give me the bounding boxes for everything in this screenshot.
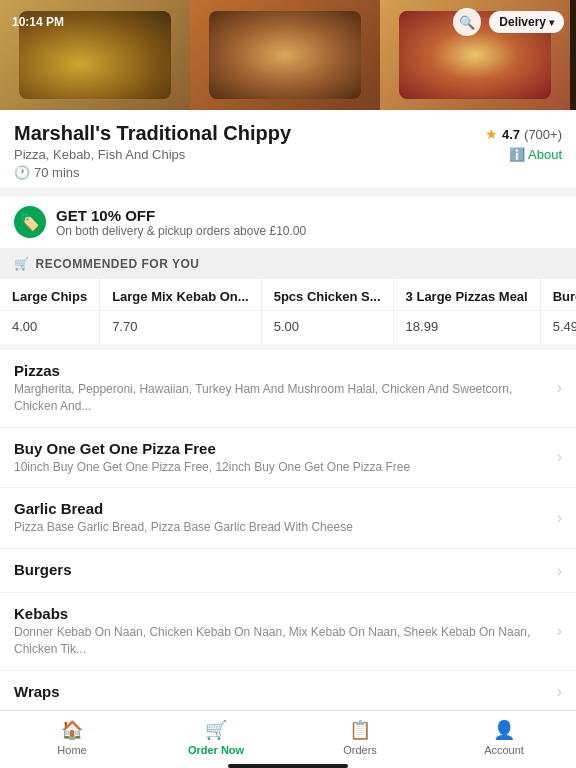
delivery-label: Delivery <box>499 15 546 29</box>
menu-section-content: Garlic BreadPizza Base Garlic Bread, Piz… <box>14 500 549 536</box>
about-label: About <box>528 147 562 162</box>
delivery-toggle[interactable]: Delivery ▾ <box>489 11 564 33</box>
nav-icon-account: 👤 <box>493 719 515 741</box>
nav-item-order-now[interactable]: 🛒Order Now <box>144 719 288 756</box>
recommended-item-price: 4.00 <box>0 311 100 345</box>
menu-section-desc: Pizza Base Garlic Bread, Pizza Base Garl… <box>14 519 549 536</box>
menu-section-content: Buy One Get One Pizza Free10inch Buy One… <box>14 440 549 476</box>
menu-section-title: Kebabs <box>14 605 549 622</box>
info-icon: ℹ️ <box>509 147 525 162</box>
hero-image: 10:14 PM 🔍 Delivery ▾ <box>0 0 576 110</box>
promo-title: GET 10% OFF <box>56 207 306 224</box>
clock-icon: 🕐 <box>14 165 30 180</box>
chevron-right-icon: › <box>557 622 562 640</box>
nav-label-orders: Orders <box>343 744 377 756</box>
restaurant-name: Marshall's Traditional Chippy <box>14 122 291 145</box>
recommended-label: RECOMMENDED FOR YOU <box>36 257 200 271</box>
recommended-grid: Large ChipsLarge Mix Kebab On...5pcs Chi… <box>0 279 576 344</box>
menu-section-desc: Margherita, Pepperoni, Hawaiian, Turkey … <box>14 381 549 415</box>
bottom-nav: 🏠Home🛒Order Now📋Orders👤Account <box>0 710 576 768</box>
basket-icon: 🛒 <box>14 257 30 271</box>
nav-label-account: Account <box>484 744 524 756</box>
nav-item-orders[interactable]: 📋Orders <box>288 719 432 756</box>
search-button[interactable]: 🔍 <box>453 8 481 36</box>
bottom-indicator <box>228 764 348 768</box>
chevron-right-icon: › <box>557 562 562 580</box>
menu-section-title: Wraps <box>14 683 549 700</box>
recommended-item-header[interactable]: Burger Deal <box>540 279 576 311</box>
menu-section-content: KebabsDonner Kebab On Naan, Chicken Keba… <box>14 605 549 658</box>
star-icon: ★ <box>485 126 498 142</box>
nav-label-home: Home <box>57 744 86 756</box>
menu-section-content: PizzasMargherita, Pepperoni, Hawaiian, T… <box>14 362 549 415</box>
menu-section-item[interactable]: Burgers› <box>0 549 576 593</box>
restaurant-cuisine: Pizza, Kebab, Fish And Chips <box>14 147 185 162</box>
recommended-item-header[interactable]: 5pcs Chicken S... <box>261 279 393 311</box>
promo-banner: 🏷️ GET 10% OFF On both delivery & pickup… <box>0 195 576 249</box>
about-link[interactable]: ℹ️ About <box>509 147 562 162</box>
promo-icon: 🏷️ <box>14 206 46 238</box>
recommended-item-header[interactable]: Large Chips <box>0 279 100 311</box>
nav-label-order-now: Order Now <box>188 744 244 756</box>
rating-count: (700+) <box>524 127 562 142</box>
search-icon: 🔍 <box>459 15 475 30</box>
recommended-item-header[interactable]: 3 Large Pizzas Meal <box>393 279 540 311</box>
nav-icon-order-now: 🛒 <box>205 719 227 741</box>
chevron-down-icon: ▾ <box>549 17 554 28</box>
restaurant-info: Marshall's Traditional Chippy ★ 4.7 (700… <box>0 110 576 189</box>
promo-subtitle: On both delivery & pickup orders above £… <box>56 224 306 238</box>
nav-item-account[interactable]: 👤Account <box>432 719 576 756</box>
nav-item-home[interactable]: 🏠Home <box>0 719 144 756</box>
nav-icon-home: 🏠 <box>61 719 83 741</box>
time-display: 10:14 PM <box>12 15 64 29</box>
nav-icon-orders: 📋 <box>349 719 371 741</box>
menu-section-title: Burgers <box>14 561 549 578</box>
menu-section-desc: Donner Kebab On Naan, Chicken Kebab On N… <box>14 624 549 658</box>
top-bar: 10:14 PM 🔍 Delivery ▾ <box>0 0 576 44</box>
chevron-right-icon: › <box>557 683 562 701</box>
promo-content: GET 10% OFF On both delivery & pickup or… <box>56 207 306 238</box>
recommended-header: 🛒 RECOMMENDED FOR YOU <box>0 249 576 279</box>
recommended-item-price: 18.99 <box>393 311 540 345</box>
menu-section-item[interactable]: PizzasMargherita, Pepperoni, Hawaiian, T… <box>0 350 576 428</box>
chevron-right-icon: › <box>557 448 562 466</box>
menu-section-content: Burgers <box>14 561 549 580</box>
recommended-item-price: 7.70 <box>100 311 262 345</box>
menu-section-item[interactable]: Garlic BreadPizza Base Garlic Bread, Piz… <box>0 488 576 549</box>
menu-section-item[interactable]: Wraps› <box>0 671 576 715</box>
chevron-right-icon: › <box>557 509 562 527</box>
chevron-right-icon: › <box>557 379 562 397</box>
recommended-table: Large ChipsLarge Mix Kebab On...5pcs Chi… <box>0 279 576 344</box>
menu-section-title: Buy One Get One Pizza Free <box>14 440 549 457</box>
menu-section-desc: 10inch Buy One Get One Pizza Free, 12inc… <box>14 459 549 476</box>
recommended-item-price: 5.00 <box>261 311 393 345</box>
menu-section-title: Garlic Bread <box>14 500 549 517</box>
menu-section-item[interactable]: Buy One Get One Pizza Free10inch Buy One… <box>0 428 576 489</box>
menu-section-item[interactable]: KebabsDonner Kebab On Naan, Chicken Keba… <box>0 593 576 671</box>
menu-section-content: Wraps <box>14 683 549 702</box>
menu-section-title: Pizzas <box>14 362 549 379</box>
menu-section: PizzasMargherita, Pepperoni, Hawaiian, T… <box>0 350 576 768</box>
recommended-item-header[interactable]: Large Mix Kebab On... <box>100 279 262 311</box>
rating-value: 4.7 <box>502 127 520 142</box>
recommended-item-price: 5.49 <box>540 311 576 345</box>
delivery-time-value: 70 mins <box>34 165 80 180</box>
